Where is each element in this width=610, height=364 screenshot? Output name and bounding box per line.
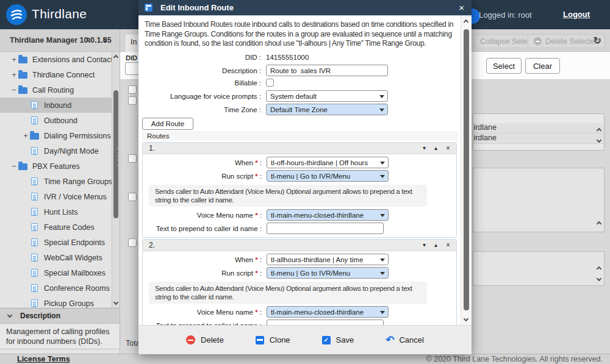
prepend-input[interactable] [267, 319, 384, 325]
tree-expander[interactable]: + [10, 55, 18, 64]
sidebar-item-feature-codes[interactable]: Feature Codes [0, 219, 120, 235]
description-input[interactable] [266, 65, 388, 76]
route-move-down-icon[interactable]: ▾ [423, 145, 426, 151]
dropdown-arrow-icon [380, 175, 385, 180]
page-icon [31, 208, 38, 216]
route-move-up-icon[interactable]: ▴ [434, 145, 437, 151]
page-icon [31, 101, 38, 109]
did-value: 14155551000 [266, 54, 309, 61]
tree-expander[interactable]: − [10, 85, 18, 95]
row-checkbox[interactable] [128, 96, 137, 105]
tree-expander[interactable]: + [21, 131, 30, 140]
dropdown-arrow-icon [379, 109, 384, 114]
collapse-all-icon[interactable] [84, 37, 94, 42]
route-1-header[interactable]: 1. ▾ ▴ × [143, 143, 456, 154]
sidebar-item-hunt-lists[interactable]: Hunt Lists [0, 204, 120, 219]
cancel-button[interactable]: ↶ Cancel [386, 335, 424, 345]
sidebar-item-extensions-and-contacts[interactable]: + Extensions and Contacts [0, 52, 120, 67]
when-select[interactable]: tl-allhours-thirdlane | Any time [267, 254, 389, 265]
clear-button[interactable]: Clear [525, 58, 560, 74]
clone-button[interactable]: Clone [256, 335, 290, 344]
scroll-up-icon[interactable] [597, 266, 601, 271]
row-checkbox[interactable] [128, 154, 137, 163]
dialog-footer: Delete Clone ✓ Save ↶ Cancel [138, 325, 472, 354]
background-list-panel: thirdlane thirdlane [473, 113, 605, 151]
timezone-select[interactable]: Default Time Zone [266, 104, 388, 115]
billable-checkbox[interactable] [266, 79, 274, 87]
sidebar-item-pickup-groups[interactable]: Pickup Groups [0, 296, 120, 308]
scroll-down-icon[interactable] [113, 300, 118, 305]
voice-menu-select[interactable]: tl-main-menu-closed-thirdlane [267, 209, 389, 221]
sidebar-item-outbound[interactable]: Outbound [0, 113, 120, 128]
timezone-label: Time Zone : [142, 106, 261, 113]
dialog-scrollbar[interactable] [461, 16, 472, 325]
did-label: DID : [142, 54, 261, 61]
scroll-up-icon[interactable] [113, 55, 118, 60]
row-checkbox[interactable] [128, 85, 137, 94]
tree-expander[interactable]: − [10, 162, 18, 171]
when-select[interactable]: tl-off-hours-thirdlane | Off hours [267, 157, 389, 168]
route-move-down-icon[interactable]: ▾ [423, 242, 426, 248]
sidebar-header: Thirdlane Manager 10.0.1.55 [0, 29, 120, 52]
scroll-up-icon[interactable] [597, 221, 601, 226]
scrollbar-thumb[interactable] [464, 29, 469, 310]
expand-all-icon[interactable] [98, 37, 109, 42]
sidebar-item-dialing-permissions[interactable]: + Dialing Permissions [0, 128, 120, 143]
sidebar-item-special-endpoints[interactable]: Special Endpoints [0, 235, 120, 250]
page-icon [31, 193, 38, 201]
dropdown-arrow-icon [380, 214, 385, 219]
sidebar-item-special-mailboxes[interactable]: Special Mailboxes [0, 265, 120, 280]
run-script-select[interactable]: tl-menu | Go to IVR/Menu [267, 267, 389, 279]
voice-menu-select[interactable]: tl-main-menu-closed-thirdlane [267, 306, 389, 318]
description-panel-text: Management of calling profiles for inbou… [0, 324, 120, 349]
folder-icon [18, 57, 27, 63]
when-label: When * : [143, 256, 262, 263]
page-icon [31, 223, 38, 231]
list-item[interactable]: thirdlane [473, 134, 604, 144]
logout-link[interactable]: Logout [563, 10, 590, 19]
delete-button[interactable]: Delete [186, 335, 224, 344]
dropdown-arrow-icon [380, 162, 385, 167]
page-icon [31, 269, 38, 277]
list-item[interactable]: thirdlane [473, 123, 604, 134]
sidebar-item-pbx-features[interactable]: − PBX Features [0, 159, 120, 174]
route-move-up-icon[interactable]: ▴ [434, 242, 437, 248]
dialog-title: Edit Inbound Route [160, 3, 234, 12]
sidebar-resize-grip[interactable] [117, 148, 118, 166]
sidebar-item-webcall-widgets[interactable]: WebCall Widgets [0, 250, 120, 265]
dialog-header[interactable]: Edit Inbound Route × [138, 0, 472, 15]
sidebar-item-day-night-mode[interactable]: Day/Night Mode [0, 143, 120, 159]
sidebar-item-time-range-groups[interactable]: Time Range Groups [0, 174, 120, 189]
billable-label: Billable : [142, 79, 261, 87]
tree-expander[interactable]: + [10, 70, 18, 79]
sidebar-item-call-routing[interactable]: − Call Routing [0, 82, 120, 98]
save-icon: ✓ [322, 336, 331, 344]
route-remove-icon[interactable]: × [446, 145, 450, 152]
row-checkbox[interactable] [128, 193, 137, 201]
prepend-input[interactable] [267, 223, 384, 234]
run-script-select[interactable]: tl-menu | Go to IVR/Menu [267, 170, 389, 182]
language-select[interactable]: System default [266, 90, 388, 102]
sidebar-item-thirdlane-connect[interactable]: + Thirdlane Connect [0, 67, 120, 82]
dialog-window-icon [145, 4, 152, 12]
select-button[interactable]: Select [486, 58, 522, 74]
scroll-down-icon[interactable] [464, 316, 468, 321]
sidebar-title: Thirdlane Manager 10.0.1.55 [10, 36, 112, 45]
route-remove-icon[interactable]: × [446, 241, 450, 249]
refresh-icon[interactable]: ↻ [594, 35, 601, 46]
dialog-body: Time Based Inbound Routes route inbound … [138, 15, 472, 325]
save-button[interactable]: ✓ Save [322, 335, 354, 344]
scroll-up-icon[interactable] [464, 20, 468, 24]
add-route-button[interactable]: Add Route [142, 118, 193, 130]
sidebar-item-inbound[interactable]: Inbound [0, 98, 120, 113]
sidebar-item-ivr-voice-menus[interactable]: IVR / Voice Menus [0, 189, 120, 204]
route-2-header[interactable]: 2. ▾ ▴ × [143, 240, 456, 251]
dropdown-arrow-icon [380, 272, 385, 277]
row-checkbox[interactable] [128, 238, 137, 247]
sidebar-scrollbar[interactable] [112, 52, 120, 308]
description-panel-header[interactable]: Description [0, 308, 120, 324]
license-terms-link[interactable]: License Terms [17, 355, 70, 363]
close-icon[interactable]: × [459, 3, 464, 12]
scroll-down-icon[interactable] [597, 276, 601, 281]
sidebar-item-conference-rooms[interactable]: Conference Rooms [0, 280, 120, 296]
